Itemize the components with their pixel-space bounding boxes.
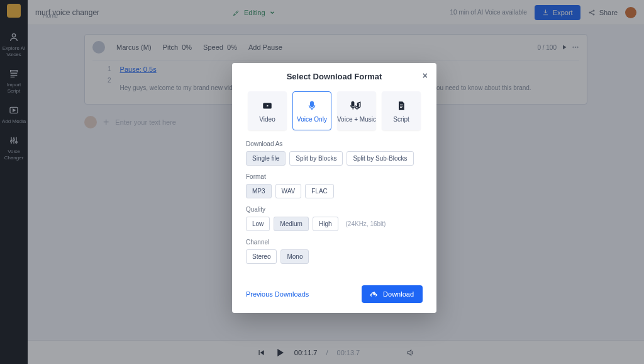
- svg-rect-12: [311, 101, 314, 106]
- app-root: Explore AI Voices Import Script Add Medi…: [0, 0, 644, 364]
- download-modal: Select Download Format × Video Voice Onl…: [232, 63, 436, 313]
- channel-label: Channel: [246, 239, 423, 246]
- channel-group: Stereo Mono: [246, 249, 423, 264]
- quality-label: Quality: [246, 206, 423, 213]
- format-tile-voice-music[interactable]: Voice + Music: [337, 91, 376, 130]
- quality-group: Low Medium High (24KHz, 16bit): [246, 217, 423, 231]
- file-format-label: Format: [246, 173, 423, 180]
- download-as-label: Download As: [246, 140, 423, 147]
- format-tile-label: Voice Only: [297, 116, 327, 123]
- file-format-option[interactable]: MP3: [246, 184, 272, 198]
- format-tiles: Video Voice Only Voice + Music Script: [232, 88, 436, 139]
- previous-downloads-link[interactable]: Previous Downloads: [246, 290, 309, 298]
- download-as-option[interactable]: Split by Blocks: [289, 151, 343, 166]
- file-format-option[interactable]: WAV: [275, 184, 302, 198]
- close-icon[interactable]: ×: [423, 71, 428, 81]
- channel-option[interactable]: Stereo: [246, 249, 277, 264]
- format-tile-label: Video: [259, 116, 275, 123]
- modal-title: Select Download Format: [287, 72, 382, 81]
- download-button-label: Download: [383, 290, 414, 298]
- download-as-option[interactable]: Split by Sub-Blocks: [347, 151, 413, 166]
- quality-option[interactable]: Low: [246, 217, 270, 231]
- quality-option[interactable]: Medium: [274, 217, 309, 231]
- quality-hint: (24KHz, 16bit): [346, 220, 386, 227]
- format-tile-voice-only[interactable]: Voice Only: [292, 91, 331, 130]
- format-tile-label: Script: [393, 116, 409, 123]
- file-format-group: MP3 WAV FLAC: [246, 184, 423, 198]
- document-icon: [395, 100, 408, 112]
- music-mic-icon: [350, 100, 363, 112]
- format-tile-label: Voice + Music: [337, 116, 376, 123]
- quality-option[interactable]: High: [313, 217, 338, 231]
- file-format-option[interactable]: FLAC: [305, 184, 334, 198]
- download-button[interactable]: Download: [362, 285, 423, 303]
- download-as-option[interactable]: Single file: [246, 151, 286, 166]
- microphone-icon: [306, 100, 318, 112]
- download-as-group: Single file Split by Blocks Split by Sub…: [246, 151, 423, 166]
- svg-rect-13: [352, 101, 354, 106]
- format-tile-video[interactable]: Video: [248, 91, 287, 130]
- video-icon: [261, 100, 274, 112]
- channel-option[interactable]: Mono: [280, 249, 309, 264]
- format-tile-script[interactable]: Script: [382, 91, 421, 130]
- cloud-download-icon: [370, 290, 378, 298]
